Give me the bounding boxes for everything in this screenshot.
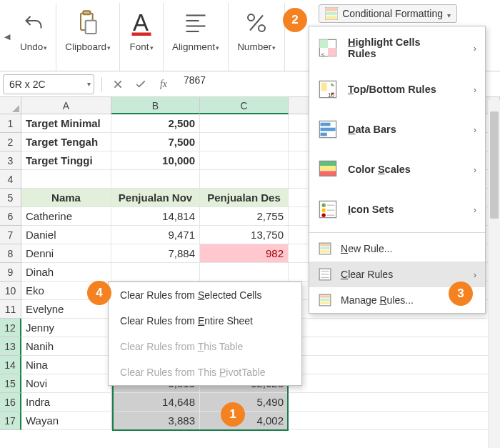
ribbon-group-font[interactable]: A Font▾ [120, 3, 164, 71]
cell[interactable]: Catherine [21, 207, 111, 226]
cell[interactable]: Nanih [21, 337, 111, 356]
cell[interactable] [200, 114, 289, 133]
cell[interactable]: 982 [200, 244, 289, 263]
conditional-formatting-button[interactable]: Conditional Formatting ▾ [319, 4, 457, 23]
row-header[interactable]: 10 [0, 282, 21, 300]
menu-item-icon-sets[interactable]: Icon Sets › [309, 189, 485, 229]
cell[interactable] [200, 263, 289, 282]
menu-item-color-scales[interactable]: Color Scales › [309, 149, 485, 189]
row-header[interactable]: 7 [0, 226, 21, 244]
menu-item-new-rule[interactable]: New Rule... [309, 236, 485, 262]
row-header[interactable]: 1 [0, 114, 21, 133]
row-header[interactable]: 6 [0, 207, 21, 226]
table-header[interactable]: Penjualan Nov [111, 189, 200, 207]
formula-value: 7867 [184, 74, 206, 86]
ribbon-group-clipboard[interactable]: Clipboard▾ [56, 3, 120, 71]
svg-point-38 [321, 213, 325, 216]
conditional-formatting-label: Conditional Formatting [342, 8, 443, 19]
cell[interactable]: Target Minimal [21, 114, 111, 133]
row-header[interactable]: 5 [0, 189, 21, 207]
menu-item-data-bars[interactable]: Data Bars › [309, 109, 485, 149]
row-header[interactable]: 12 [0, 319, 21, 337]
cell[interactable] [289, 337, 500, 356]
row-header[interactable]: 2 [0, 133, 21, 151]
cell[interactable] [111, 170, 200, 189]
cell[interactable]: Indra [21, 393, 111, 412]
chevron-down-icon: ▾ [216, 44, 219, 51]
submenu-item-clear-sheet[interactable]: Clear Rules from Entire Sheet [109, 308, 301, 334]
cell[interactable]: 9,471 [111, 226, 200, 244]
ribbon-scroll-left[interactable]: ◀ [3, 3, 11, 71]
col-header-C[interactable]: C [200, 97, 289, 114]
cell[interactable]: Target Tinggi [21, 151, 111, 170]
row-header[interactable]: 14 [0, 356, 21, 374]
cell[interactable]: Target Tengah [21, 133, 111, 151]
ribbon-group-undo[interactable]: Undo▾ [11, 3, 56, 71]
cell[interactable]: 14,648 [111, 393, 200, 412]
row-header[interactable]: 11 [0, 300, 21, 319]
row-header[interactable]: 8 [0, 244, 21, 263]
cell[interactable]: Daniel [21, 226, 111, 244]
cell[interactable] [289, 374, 500, 393]
chevron-right-icon: › [474, 43, 476, 54]
svg-rect-1 [84, 11, 91, 14]
menu-item-top-bottom-rules[interactable]: 10 Top/Bottom Rules › [309, 69, 485, 109]
row-header[interactable]: 9 [0, 263, 21, 282]
cell[interactable]: Wayan [21, 412, 111, 430]
menu-item-highlight-cells-rules[interactable]: ≤ HHighlight Cells Rulesighlight Cells R… [309, 26, 485, 69]
chevron-down-icon[interactable]: ▾ [87, 80, 91, 88]
cell[interactable]: 7,884 [111, 244, 200, 263]
cell[interactable] [21, 170, 111, 189]
cell[interactable]: Dinah [21, 263, 111, 282]
cell[interactable]: 2,755 [200, 207, 289, 226]
svg-rect-20 [328, 48, 336, 56]
row-header[interactable]: 17 [0, 412, 21, 430]
ribbon-group-alignment[interactable]: Alignment▾ [164, 3, 229, 71]
cancel-formula-button[interactable] [109, 76, 126, 93]
cell[interactable] [200, 133, 289, 151]
cell[interactable] [200, 170, 289, 189]
cell[interactable] [289, 319, 500, 337]
enter-formula-button[interactable] [132, 76, 149, 93]
number-label: Number [237, 41, 271, 52]
row-header[interactable]: 16 [0, 393, 21, 412]
cell[interactable]: 14,814 [111, 207, 200, 226]
cell[interactable] [289, 412, 500, 430]
cell[interactable]: 5,490 [200, 393, 289, 412]
svg-point-36 [321, 203, 325, 206]
cell[interactable]: Nina [21, 356, 111, 374]
manage-rules-icon [319, 294, 331, 307]
row-header[interactable]: 15 [0, 374, 21, 393]
svg-text:≤: ≤ [321, 51, 325, 58]
col-header-A[interactable]: A [21, 97, 111, 114]
svg-point-37 [321, 208, 325, 211]
cell[interactable]: Jenny [21, 319, 111, 337]
fx-icon: fx [160, 79, 167, 90]
cell[interactable]: 3,883 [111, 412, 200, 430]
cell[interactable]: 10,000 [111, 151, 200, 170]
cell[interactable]: Denni [21, 244, 111, 263]
scrollbar-thumb[interactable] [490, 111, 499, 219]
vertical-scrollbar[interactable] [488, 100, 500, 448]
row-header[interactable]: 4 [0, 170, 21, 189]
chevron-right-icon: › [474, 204, 476, 215]
cell[interactable] [111, 263, 200, 282]
select-all-corner[interactable] [0, 97, 21, 114]
row-header[interactable]: 3 [0, 151, 21, 170]
row-header[interactable]: 13 [0, 337, 21, 356]
col-header-B[interactable]: B [111, 97, 200, 114]
cell[interactable] [200, 151, 289, 170]
ribbon-group-number[interactable]: Number▾ [229, 3, 285, 71]
cell[interactable] [289, 393, 500, 412]
cell[interactable]: 13,750 [200, 226, 289, 244]
cell[interactable]: Novi [21, 374, 111, 393]
submenu-item-clear-selected[interactable]: Clear Rules from Selected Cells [109, 282, 301, 308]
cell[interactable] [289, 356, 500, 374]
cell[interactable]: 7,500 [111, 133, 200, 151]
cell[interactable]: 2,500 [111, 114, 200, 133]
fx-button[interactable]: fx [155, 76, 172, 93]
table-header[interactable]: Penjualan Des [200, 189, 289, 207]
table-header[interactable]: Nama [21, 189, 111, 207]
name-box[interactable]: 6R x 2C ▾ [3, 74, 94, 94]
svg-rect-30 [321, 133, 327, 136]
